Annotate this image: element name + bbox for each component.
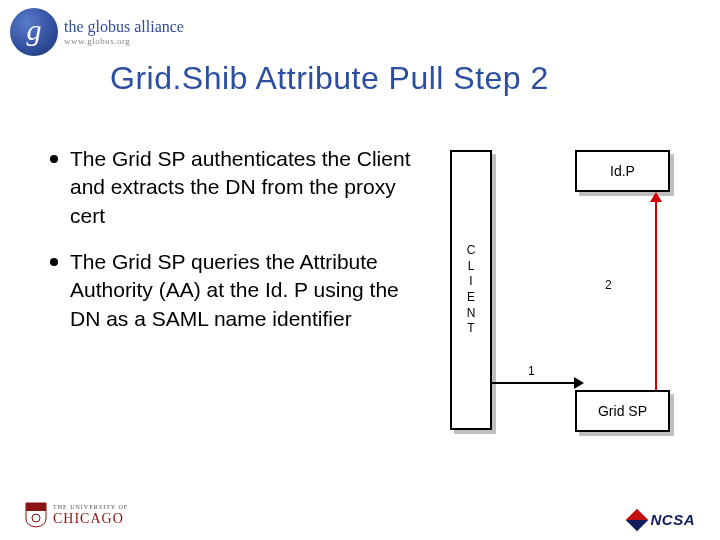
bullet-item: The Grid SP queries the Attribute Author…: [50, 248, 420, 333]
footer: THE UNIVERSITY OF CHICAGO NCSA: [25, 502, 695, 528]
arrow-2-label: 2: [605, 278, 612, 292]
slide-title: Grid.Shib Attribute Pull Step 2: [110, 60, 549, 97]
bullet-dot-icon: [50, 155, 58, 163]
idp-label: Id.P: [610, 163, 635, 179]
ncsa-square-icon: [626, 508, 649, 531]
globus-name: the globus alliance: [64, 19, 184, 35]
globe-icon: g: [10, 8, 58, 56]
bullet-dot-icon: [50, 258, 58, 266]
chicago-shield-icon: [25, 502, 47, 528]
gridsp-label: Grid SP: [598, 403, 647, 419]
gridsp-box: Grid SP: [575, 390, 670, 432]
bullet-text: The Grid SP queries the Attribute Author…: [70, 248, 420, 333]
arrow-2-line: [655, 200, 657, 390]
ncsa-text: NCSA: [650, 511, 695, 528]
chicago-text: THE UNIVERSITY OF CHICAGO: [53, 504, 128, 526]
chicago-line2: CHICAGO: [53, 511, 128, 526]
idp-box: Id.P: [575, 150, 670, 192]
arrow-1-head-icon: [574, 377, 584, 389]
ncsa-logo: NCSA: [629, 511, 695, 528]
bullet-text: The Grid SP authenticates the Client and…: [70, 145, 420, 230]
globus-logo: g the globus alliance www.globus.org: [10, 8, 184, 56]
chicago-logo: THE UNIVERSITY OF CHICAGO: [25, 502, 128, 528]
arrow-1-line: [492, 382, 575, 384]
bullet-list: The Grid SP authenticates the Client and…: [50, 145, 420, 351]
arrow-1-label: 1: [528, 364, 535, 378]
bullet-item: The Grid SP authenticates the Client and…: [50, 145, 420, 230]
arrow-2-head-icon: [650, 192, 662, 202]
globus-url: www.globus.org: [64, 37, 184, 46]
globe-letter: g: [27, 15, 42, 45]
client-box: C L I E N T: [450, 150, 492, 430]
globus-text: the globus alliance www.globus.org: [64, 19, 184, 46]
client-label: C L I E N T: [467, 243, 476, 337]
diagram: C L I E N T Id.P Grid SP 1 2: [450, 150, 700, 450]
chicago-line1: THE UNIVERSITY OF: [53, 504, 128, 511]
